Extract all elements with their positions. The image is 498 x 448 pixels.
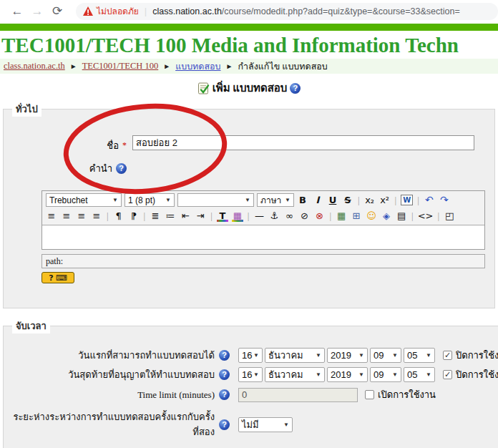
redo-icon[interactable]: ↷ (439, 194, 450, 206)
intro-help-icon[interactable]: ? (116, 163, 127, 174)
language-value: ภาษา (260, 193, 281, 207)
editor-text-area[interactable] (42, 225, 484, 249)
fieldset-general-legend: ทั่วไป (12, 102, 42, 117)
highlight-color-icon[interactable]: ▦ (232, 210, 243, 222)
delay1-controls: ไม่มี▼ (238, 417, 295, 432)
url-text[interactable]: class.nation.ac.th/course/modedit.php?ad… (152, 6, 459, 16)
ordered-list-icon[interactable]: ≣ (150, 210, 161, 222)
anchor-icon[interactable]: ⚓ (268, 210, 280, 222)
strikethrough-icon[interactable]: S (342, 194, 353, 206)
underline-icon[interactable]: U (327, 194, 338, 206)
fullscreen-editor-icon[interactable]: ◰ (444, 210, 455, 222)
insert-table-icon[interactable]: ⊞ (351, 210, 362, 222)
paragraph-style-select[interactable]: ▼ (177, 193, 254, 207)
time-limit-row: Time limit (minutes) ? เปิดการใช้งาน (9, 387, 498, 402)
unlink-icon[interactable]: ⊘ (298, 210, 310, 222)
quiz-name-input[interactable] (132, 135, 474, 150)
font-size-value: 1 (8 pt) (128, 195, 155, 205)
quiz-close-label-text: วันสุดท้ายที่อนุญาตให้ทำแบบทดสอบ (68, 367, 215, 382)
insert-link-icon[interactable]: ∞ (283, 210, 295, 222)
fieldset-timing-legend: จับเวลา (12, 318, 50, 333)
insert-image-icon[interactable]: ▦ (336, 210, 347, 222)
keyboard-help-question: ? (49, 273, 53, 283)
quiz-open-row: วันแรกที่สามารถทำแบบทดสอบได้ ? 16▼ ธันวา… (9, 348, 498, 363)
keyboard-help-button[interactable]: ? ⌨ (42, 272, 74, 283)
open-hour-select[interactable]: 09▼ (370, 348, 401, 363)
font-family-select[interactable]: Trebuchet ▼ (46, 193, 122, 207)
fieldset-timing: จับเวลา วันแรกที่สามารถทำแบบทดสอบได้ ? 1… (3, 318, 498, 448)
page-title: เพิ่ม แบบทดสอบ (213, 79, 288, 97)
insert-media-icon[interactable]: ◈ (381, 210, 392, 222)
delay1-help-icon[interactable]: ? (219, 419, 230, 430)
delay1-label-text: ระยะห่างระหว่างการทำแบบทดสอบครั้งแรกกับค… (9, 409, 215, 439)
indent-icon[interactable]: ⇥ (195, 210, 206, 222)
help-icon[interactable]: ? (290, 83, 301, 94)
quiz-icon (197, 82, 210, 94)
quiz-open-controls: 16▼ ธันวาคม▼ 2019▼ 09▼ 05▼ ✓ ปิดการใช้งา… (238, 348, 498, 363)
close-hour-select[interactable]: 09▼ (370, 367, 401, 382)
time-limit-input[interactable] (238, 388, 358, 402)
html-source-icon[interactable]: <> (418, 210, 434, 222)
quiz-open-help-icon[interactable]: ? (219, 350, 230, 361)
close-year-select[interactable]: 2019▼ (327, 367, 368, 382)
breadcrumb-home-link[interactable]: class.nation.ac.th (4, 61, 65, 72)
prevent-autolink-icon[interactable]: ⊗ (313, 210, 325, 222)
forward-icon[interactable]: → (27, 4, 47, 19)
intro-label: คำนำ ? (9, 158, 132, 176)
direction-ltr-icon[interactable]: ¶ (113, 210, 125, 222)
open-minute-select[interactable]: 05▼ (404, 348, 435, 363)
toolbar-separator: | (417, 195, 419, 206)
open-day-select[interactable]: 16▼ (238, 348, 263, 363)
open-year-select[interactable]: 2019▼ (327, 348, 368, 363)
open-month-select[interactable]: ธันวาคม▼ (265, 348, 325, 363)
intro-label-text: คำนำ (89, 161, 112, 176)
undo-icon[interactable]: ↶ (424, 194, 435, 206)
quiz-close-help-icon[interactable]: ? (219, 369, 230, 380)
align-right-icon[interactable]: ≡ (76, 210, 87, 222)
superscript-icon[interactable]: x² (379, 194, 391, 206)
security-warning-icon[interactable] (83, 6, 93, 16)
direction-rtl-icon[interactable]: ¶ (128, 210, 140, 222)
horizontal-rule-icon[interactable]: — (253, 210, 265, 222)
close-month-select[interactable]: ธันวาคม▼ (265, 367, 325, 382)
breadcrumb-separator: ► (163, 62, 170, 70)
editor-path-bar: path: (42, 254, 485, 268)
toolbar-separator: | (144, 210, 146, 222)
quiz-open-label: วันแรกที่สามารถทำแบบทดสอบได้ ? (9, 348, 230, 363)
breadcrumb-course-link[interactable]: TEC1001/TECH 100 (82, 61, 159, 72)
time-limit-help-icon[interactable]: ? (219, 389, 230, 400)
chevron-down-icon: ▼ (165, 197, 171, 203)
address-bar[interactable]: ไม่ปลอดภัย | class.nation.ac.th/course/m… (76, 3, 498, 20)
subscript-icon[interactable]: x₂ (364, 194, 376, 206)
open-disable-checkbox[interactable]: ✓ (443, 351, 452, 360)
toolbar-separator: | (358, 195, 360, 206)
close-disable-checkbox[interactable]: ✓ (443, 370, 452, 379)
security-warning-label[interactable]: ไม่ปลอดภัย (97, 4, 139, 18)
italic-icon[interactable]: I (312, 194, 323, 206)
name-label-text: ชื่อ (107, 138, 119, 153)
smiley-icon[interactable]: ☺ (366, 210, 377, 222)
quiz-close-controls: 16▼ ธันวาคม▼ 2019▼ 09▼ 05▼ ✓ ปิดการใช้งา… (238, 367, 498, 382)
unordered-list-icon[interactable]: ≔ (165, 210, 176, 222)
language-select[interactable]: ภาษา ▼ (257, 193, 294, 207)
close-minute-select[interactable]: 05▼ (404, 367, 435, 382)
align-left-icon[interactable]: ≡ (46, 210, 57, 222)
paste-document-icon[interactable]: ▤ (396, 210, 407, 222)
close-day-select[interactable]: 16▼ (238, 367, 263, 382)
breadcrumb-quiz-link[interactable]: แบบทดสอบ (175, 59, 220, 74)
fieldset-general: ทั่วไป ชื่อ* คำนำ ? Trebuchet ▼ (3, 102, 495, 308)
back-icon[interactable]: ← (7, 4, 27, 19)
reload-icon[interactable]: ⟳ (47, 4, 67, 19)
delay1-select[interactable]: ไม่มี▼ (238, 417, 293, 432)
align-center-icon[interactable]: ≡ (61, 210, 72, 222)
toolbar-separator: | (395, 195, 397, 206)
font-size-select[interactable]: 1 (8 pt) ▼ (125, 193, 175, 207)
align-justify-icon[interactable]: ≡ (91, 210, 102, 222)
clean-word-html-icon[interactable]: W (401, 195, 413, 205)
text-color-icon[interactable]: T (217, 210, 228, 222)
bold-icon[interactable]: B (297, 194, 308, 206)
time-limit-enable-checkbox[interactable] (365, 390, 374, 399)
outdent-icon[interactable]: ⇤ (180, 210, 191, 222)
url-separator: | (145, 6, 147, 16)
delay1-row: ระยะห่างระหว่างการทำแบบทดสอบครั้งแรกกับค… (9, 409, 498, 439)
